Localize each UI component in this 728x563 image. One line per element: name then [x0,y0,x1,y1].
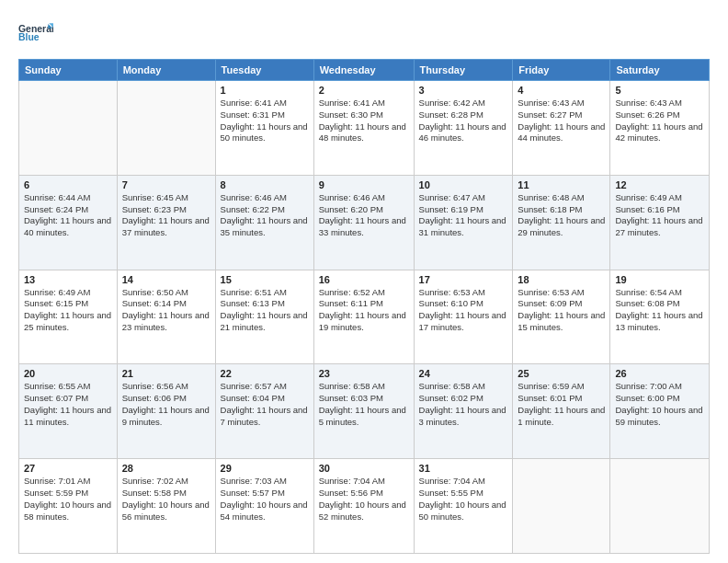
day-number: 16 [319,274,409,285]
calendar-cell: 3Sunrise: 6:42 AMSunset: 6:28 PMDaylight… [414,81,513,176]
day-number: 24 [419,368,508,379]
day-info: Sunrise: 6:42 AMSunset: 6:28 PMDaylight:… [419,98,508,144]
calendar-cell [117,81,215,176]
day-number: 3 [419,85,508,96]
day-number: 29 [221,463,309,474]
calendar-cell [513,459,610,554]
day-info: Sunrise: 6:49 AMSunset: 6:16 PMDaylight:… [615,192,704,239]
day-info: Sunrise: 6:46 AMSunset: 6:20 PMDaylight:… [319,192,409,239]
day-info: Sunrise: 6:59 AMSunset: 6:01 PMDaylight:… [518,381,605,428]
calendar-cell: 27Sunrise: 7:01 AMSunset: 5:59 PMDayligh… [19,459,118,554]
day-number: 9 [319,179,409,190]
day-number: 8 [221,179,309,190]
day-info: Sunrise: 6:57 AMSunset: 6:04 PMDaylight:… [221,381,309,428]
weekday-header: Tuesday [215,60,313,81]
day-number: 28 [122,463,210,474]
day-number: 17 [419,274,508,285]
calendar-cell: 30Sunrise: 7:04 AMSunset: 5:56 PMDayligh… [313,459,414,554]
day-number: 11 [518,179,605,190]
day-info: Sunrise: 7:00 AMSunset: 6:00 PMDaylight:… [615,381,704,428]
day-info: Sunrise: 6:50 AMSunset: 6:14 PMDaylight:… [122,287,210,334]
weekday-header: Sunday [19,60,118,81]
calendar-page: General Blue SundayMondayTuesdayWednesda… [0,0,728,563]
day-info: Sunrise: 7:02 AMSunset: 5:58 PMDaylight:… [122,476,210,523]
logo: General Blue [18,17,53,52]
day-number: 26 [615,368,704,379]
calendar-cell: 20Sunrise: 6:55 AMSunset: 6:07 PMDayligh… [19,364,118,459]
day-number: 21 [122,368,210,379]
day-number: 19 [615,274,704,285]
day-info: Sunrise: 6:54 AMSunset: 6:08 PMDaylight:… [615,287,704,334]
calendar-cell: 22Sunrise: 6:57 AMSunset: 6:04 PMDayligh… [215,364,313,459]
day-number: 15 [221,274,309,285]
calendar-cell: 25Sunrise: 6:59 AMSunset: 6:01 PMDayligh… [513,364,610,459]
day-info: Sunrise: 7:04 AMSunset: 5:55 PMDaylight:… [419,476,508,523]
calendar-cell: 15Sunrise: 6:51 AMSunset: 6:13 PMDayligh… [215,270,313,364]
day-number: 22 [221,368,309,379]
weekday-header: Saturday [610,60,710,81]
day-info: Sunrise: 6:58 AMSunset: 6:03 PMDaylight:… [319,381,409,428]
day-info: Sunrise: 6:51 AMSunset: 6:13 PMDaylight:… [221,287,309,334]
day-info: Sunrise: 6:56 AMSunset: 6:06 PMDaylight:… [122,381,210,428]
day-number: 1 [221,85,309,96]
day-info: Sunrise: 6:53 AMSunset: 6:10 PMDaylight:… [419,287,508,334]
day-info: Sunrise: 6:41 AMSunset: 6:30 PMDaylight:… [319,98,409,144]
day-info: Sunrise: 6:53 AMSunset: 6:09 PMDaylight:… [518,287,605,334]
day-info: Sunrise: 6:41 AMSunset: 6:31 PMDaylight:… [221,98,309,144]
calendar-cell: 1Sunrise: 6:41 AMSunset: 6:31 PMDaylight… [215,81,313,176]
day-number: 30 [319,463,409,474]
calendar-cell: 23Sunrise: 6:58 AMSunset: 6:03 PMDayligh… [313,364,414,459]
day-number: 20 [24,368,112,379]
calendar-cell: 4Sunrise: 6:43 AMSunset: 6:27 PMDaylight… [513,81,610,176]
weekday-header: Wednesday [313,60,414,81]
day-number: 7 [122,179,210,190]
calendar-cell: 28Sunrise: 7:02 AMSunset: 5:58 PMDayligh… [117,459,215,554]
day-info: Sunrise: 6:44 AMSunset: 6:24 PMDaylight:… [24,192,112,239]
day-info: Sunrise: 6:46 AMSunset: 6:22 PMDaylight:… [221,192,309,239]
day-info: Sunrise: 6:55 AMSunset: 6:07 PMDaylight:… [24,381,112,428]
calendar-cell: 21Sunrise: 6:56 AMSunset: 6:06 PMDayligh… [117,364,215,459]
day-number: 5 [615,85,704,96]
calendar-cell: 7Sunrise: 6:45 AMSunset: 6:23 PMDaylight… [117,175,215,270]
calendar-cell: 5Sunrise: 6:43 AMSunset: 6:26 PMDaylight… [610,81,710,176]
calendar-cell: 31Sunrise: 7:04 AMSunset: 5:55 PMDayligh… [414,459,513,554]
day-info: Sunrise: 6:47 AMSunset: 6:19 PMDaylight:… [419,192,508,239]
day-number: 2 [319,85,409,96]
day-number: 23 [319,368,409,379]
header: General Blue [18,17,710,52]
calendar-cell: 10Sunrise: 6:47 AMSunset: 6:19 PMDayligh… [414,175,513,270]
day-number: 18 [518,274,605,285]
day-info: Sunrise: 6:43 AMSunset: 6:26 PMDaylight:… [615,98,704,144]
weekday-header: Friday [513,60,610,81]
calendar-cell: 13Sunrise: 6:49 AMSunset: 6:15 PMDayligh… [19,270,118,364]
calendar-cell: 19Sunrise: 6:54 AMSunset: 6:08 PMDayligh… [610,270,710,364]
calendar-cell: 26Sunrise: 7:00 AMSunset: 6:00 PMDayligh… [610,364,710,459]
weekday-header: Thursday [414,60,513,81]
day-info: Sunrise: 6:58 AMSunset: 6:02 PMDaylight:… [419,381,508,428]
day-number: 13 [24,274,112,285]
day-number: 14 [122,274,210,285]
day-number: 31 [419,463,508,474]
calendar-cell [19,81,118,176]
calendar-cell: 2Sunrise: 6:41 AMSunset: 6:30 PMDaylight… [313,81,414,176]
calendar-cell: 11Sunrise: 6:48 AMSunset: 6:18 PMDayligh… [513,175,610,270]
calendar-cell: 8Sunrise: 6:46 AMSunset: 6:22 PMDaylight… [215,175,313,270]
calendar-cell: 6Sunrise: 6:44 AMSunset: 6:24 PMDaylight… [19,175,118,270]
calendar-cell: 16Sunrise: 6:52 AMSunset: 6:11 PMDayligh… [313,270,414,364]
day-info: Sunrise: 7:01 AMSunset: 5:59 PMDaylight:… [24,476,112,523]
day-number: 10 [419,179,508,190]
day-number: 25 [518,368,605,379]
calendar-cell: 14Sunrise: 6:50 AMSunset: 6:14 PMDayligh… [117,270,215,364]
weekday-header: Monday [117,60,215,81]
calendar-cell: 9Sunrise: 6:46 AMSunset: 6:20 PMDaylight… [313,175,414,270]
day-info: Sunrise: 7:03 AMSunset: 5:57 PMDaylight:… [221,476,309,523]
day-number: 6 [24,179,112,190]
calendar-cell: 17Sunrise: 6:53 AMSunset: 6:10 PMDayligh… [414,270,513,364]
day-number: 4 [518,85,605,96]
calendar-cell: 12Sunrise: 6:49 AMSunset: 6:16 PMDayligh… [610,175,710,270]
day-info: Sunrise: 6:49 AMSunset: 6:15 PMDaylight:… [24,287,112,334]
calendar-cell: 18Sunrise: 6:53 AMSunset: 6:09 PMDayligh… [513,270,610,364]
calendar-cell: 24Sunrise: 6:58 AMSunset: 6:02 PMDayligh… [414,364,513,459]
day-info: Sunrise: 6:48 AMSunset: 6:18 PMDaylight:… [518,192,605,239]
day-info: Sunrise: 6:45 AMSunset: 6:23 PMDaylight:… [122,192,210,239]
